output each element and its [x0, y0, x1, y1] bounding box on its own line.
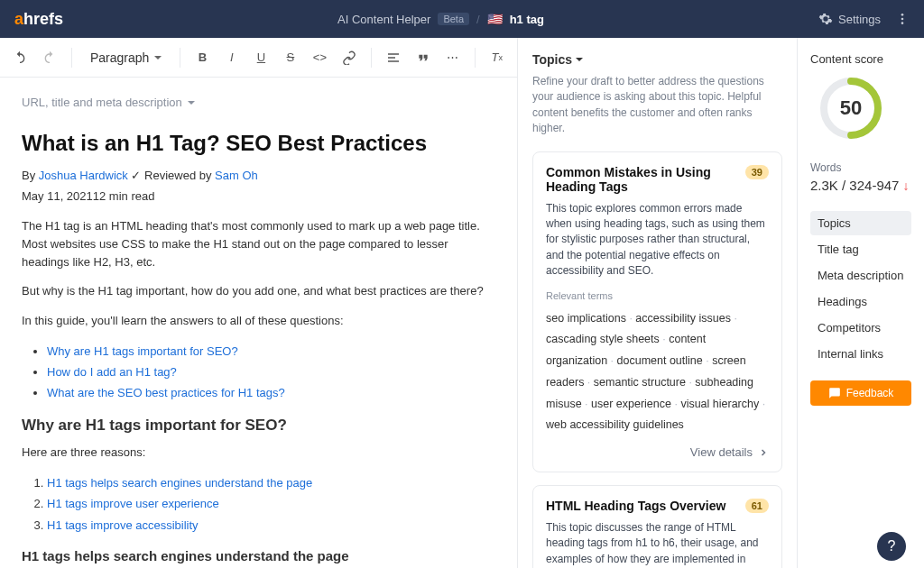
topic-title: HTML Heading Tags Overview [546, 499, 725, 513]
paragraph-dropdown[interactable]: Paragraph [81, 50, 171, 65]
topic-title: Common Mistakes in Using Heading Tags [546, 165, 736, 194]
feedback-button[interactable]: Feedback [810, 380, 911, 406]
reason-link[interactable]: H1 tags improve accessibility [47, 518, 199, 532]
link-button[interactable] [337, 43, 363, 72]
score-tabs: TopicsTitle tagMeta descriptionHeadingsC… [810, 211, 911, 366]
topic-desc: This topic explores common errors made w… [546, 201, 769, 279]
doc-paragraph: In this guide, you'll learn the answers … [22, 312, 495, 330]
italic-button[interactable]: I [219, 43, 245, 72]
reason-link[interactable]: H1 tags improve user experience [47, 497, 219, 510]
underline-button[interactable]: U [248, 43, 274, 72]
meta-toggle[interactable]: URL, title and meta description [22, 96, 495, 109]
strike-button[interactable]: S [278, 43, 304, 72]
topic-desc: This topic discusses the range of HTML h… [546, 520, 769, 568]
clear-format-button[interactable]: Tx [484, 43, 510, 72]
doc-paragraph: Here are three reasons: [22, 444, 495, 462]
words-label: Words [810, 161, 911, 174]
topic-badge: 61 [745, 499, 769, 513]
doc-paragraph: The H1 tag is an HTML heading that's mos… [22, 217, 495, 271]
logo[interactable]: ahrefs [14, 10, 63, 29]
editor-toolbar: Paragraph B I U S <> ⋯ Tx [0, 38, 517, 78]
doc-paragraph: But why is the H1 tag important, how do … [22, 282, 495, 300]
topics-help-text: Refine your draft to better address the … [532, 74, 782, 137]
doc-date: May 11, 202112 min read [22, 189, 495, 203]
score-tab-headings[interactable]: Headings [810, 289, 911, 314]
editor-column: Paragraph B I U S <> ⋯ Tx URL, title and… [0, 38, 518, 568]
doc-h1: What is an H1 Tag? SEO Best Practices [22, 131, 495, 156]
score-ring: 50 [819, 77, 882, 140]
topics-dropdown[interactable]: Topics [532, 52, 782, 67]
view-details-button[interactable]: View details [546, 445, 769, 459]
svg-point-0 [901, 14, 904, 16]
svg-point-1 [901, 18, 904, 21]
quote-button[interactable] [411, 43, 437, 72]
toc-link[interactable]: How do I add an H1 tag? [47, 365, 177, 379]
reasons-list: H1 tags helps search engines understand … [47, 472, 495, 536]
score-tab-topics[interactable]: Topics [810, 211, 911, 235]
more-icon[interactable] [895, 12, 910, 26]
code-button[interactable]: <> [307, 43, 333, 72]
score-tab-meta-description[interactable]: Meta description [810, 263, 911, 288]
chat-icon [828, 387, 841, 399]
toc-link[interactable]: Why are H1 tags important for SEO? [47, 344, 238, 358]
doc-h3: H1 tags helps search engines understand … [22, 548, 495, 563]
score-tab-internal-links[interactable]: Internal links [810, 342, 911, 366]
topic-card: HTML Heading Tags Overview61 This topic … [532, 485, 782, 568]
breadcrumb: AI Content Helper Beta / 🇺🇸 h1 tag [63, 12, 818, 26]
help-fab[interactable]: ? [877, 532, 906, 561]
svg-point-2 [901, 22, 904, 24]
down-arrow-icon: ↓ [902, 179, 909, 193]
reason-link[interactable]: H1 tags helps search engines understand … [47, 476, 312, 490]
byline: By Joshua Hardwick ✓ Reviewed by Sam Oh [22, 169, 495, 182]
toc-list: Why are H1 tags important for SEO? How d… [47, 341, 495, 404]
words-value: 2.3K / 324-947↓ [810, 178, 911, 193]
redo-button[interactable] [37, 43, 63, 72]
gear-icon [818, 12, 833, 26]
align-button[interactable] [381, 43, 407, 72]
relevant-terms-label: Relevant terms [546, 290, 769, 301]
more-format-button[interactable]: ⋯ [439, 43, 466, 72]
topic-badge: 39 [745, 165, 769, 179]
settings-button[interactable]: Settings [818, 12, 881, 26]
reviewer-link[interactable]: Sam Oh [215, 169, 258, 182]
score-tab-title-tag[interactable]: Title tag [810, 237, 911, 261]
app-header: ahrefs AI Content Helper Beta / 🇺🇸 h1 ta… [0, 0, 924, 38]
author-link[interactable]: Joshua Hardwick [39, 169, 128, 182]
flag-icon: 🇺🇸 [487, 12, 503, 26]
bold-button[interactable]: B [189, 43, 216, 72]
score-label: Content score [810, 52, 911, 66]
topic-card: Common Mistakes in Using Heading Tags39 … [532, 151, 782, 472]
settings-label: Settings [838, 13, 881, 26]
product-name: AI Content Helper [337, 13, 430, 26]
chevron-right-icon [758, 447, 769, 458]
doc-h2: Why are H1 tags important for SEO? [22, 417, 495, 435]
breadcrumb-current: h1 tag [510, 13, 544, 26]
editor-body[interactable]: URL, title and meta description What is … [0, 78, 517, 568]
topics-column: Topics Refine your draft to better addre… [518, 38, 798, 568]
beta-badge: Beta [438, 13, 469, 25]
undo-button[interactable] [7, 43, 33, 72]
toc-link[interactable]: What are the SEO best practices for H1 t… [47, 386, 285, 399]
breadcrumb-sep: / [476, 13, 480, 26]
score-tab-competitors[interactable]: Competitors [810, 316, 911, 340]
score-column: Content score 50 Words 2.3K / 324-947↓ T… [798, 38, 924, 568]
score-value: 50 [819, 77, 882, 140]
terms-list: seo implicationsaccessibility issuescasc… [546, 308, 769, 437]
